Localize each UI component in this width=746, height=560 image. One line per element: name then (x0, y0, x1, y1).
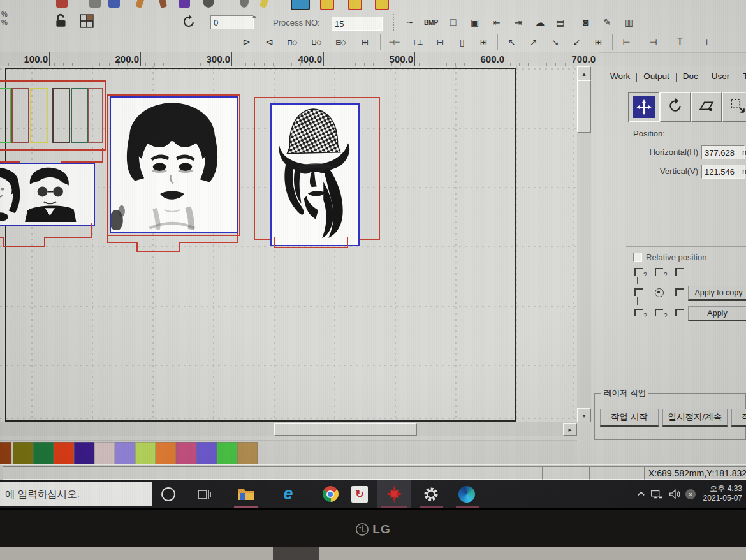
anchor-top-right[interactable] (675, 268, 684, 276)
strip-rect[interactable] (11, 88, 29, 143)
tray-expand-button[interactable] (633, 480, 649, 508)
v-space-equal-icon[interactable]: ⊤⊥ (408, 34, 426, 50)
mirror-both-icon[interactable]: ⊟◇ (332, 34, 349, 50)
curve-tool-icon[interactable]: ~ (400, 14, 418, 31)
bmp-import-icon[interactable]: BMP (422, 14, 440, 31)
strip-rect[interactable] (30, 88, 48, 143)
toolbar-icon-partial[interactable] (240, 0, 249, 8)
move-transform-button[interactable] (628, 92, 660, 122)
anchor-bottom-center[interactable] (655, 309, 663, 316)
palette-swatch[interactable] (176, 442, 196, 465)
strip-rect[interactable] (52, 88, 70, 143)
apply-button[interactable]: Apply (688, 306, 746, 321)
laser-head-icon[interactable]: ☁ (530, 14, 548, 31)
relative-position-checkbox[interactable] (633, 253, 642, 262)
network-status[interactable] (648, 480, 666, 508)
horizontal-scrollbar[interactable]: ▸ (0, 422, 577, 436)
skew-transform-button[interactable] (691, 92, 722, 122)
align-top-edge-icon[interactable]: T (671, 34, 689, 50)
pen-pointer-icon[interactable]: ✎ (598, 14, 616, 31)
palette-swatch[interactable] (0, 442, 11, 465)
tab-output[interactable]: Output (640, 71, 673, 82)
align-h-center-icon[interactable]: ⊟ (431, 34, 449, 50)
mirror-horizontal-icon[interactable]: ⊓◇ (283, 34, 301, 50)
portrait-couple-frame[interactable] (0, 163, 95, 226)
v-dimension-icon[interactable]: ⇥ (509, 14, 527, 31)
anchor-middle-right[interactable] (675, 288, 684, 296)
monitor-preview-icon[interactable] (291, 0, 310, 10)
taskbar-search-box[interactable]: 에 입력하십시오. (0, 482, 152, 506)
size-transform-button[interactable] (722, 92, 746, 122)
scroll-up-icon[interactable]: ▴ (577, 66, 591, 80)
vertical-input[interactable] (701, 165, 745, 179)
h-dimension-icon[interactable]: ⇤ (487, 14, 505, 31)
anchor-top-center[interactable] (655, 268, 663, 276)
toolbar-icon-partial[interactable] (203, 0, 214, 8)
palette-swatch[interactable] (237, 442, 258, 465)
palette-swatch[interactable] (115, 442, 135, 465)
sync-app-button[interactable]: ↻ (344, 480, 375, 508)
toolbar-icon-partial[interactable] (108, 0, 120, 8)
anchor-bottom-right[interactable] (675, 309, 684, 316)
design-canvas[interactable] (0, 66, 577, 422)
chrome-button[interactable] (315, 480, 346, 508)
scroll-right-icon[interactable]: ▸ (563, 423, 577, 436)
align-center-icon[interactable]: ⊞ (474, 34, 492, 50)
toolbar-icon-partial[interactable] (89, 0, 101, 8)
toolbar-icon-partial[interactable] (179, 0, 190, 8)
tab-doc[interactable]: Doc (679, 71, 702, 82)
taskbar-clock[interactable]: 오후 4:33 2021-05-07 (696, 484, 742, 503)
internet-explorer-button[interactable]: e (273, 480, 304, 508)
palette-swatch[interactable] (54, 442, 74, 465)
lock-icon[interactable] (54, 13, 69, 31)
camera-icon[interactable]: ◙ (576, 14, 594, 31)
toolbar-icon-partial[interactable] (56, 0, 68, 8)
output-list-icon[interactable]: ▤ (551, 14, 569, 31)
laser-start-button[interactable]: 작업 시작 (600, 409, 659, 427)
palette-swatch[interactable] (135, 442, 156, 465)
align-left-edge-icon[interactable]: ⊢ (617, 34, 635, 50)
h-space-equal-icon[interactable]: ⊣⊢ (385, 34, 403, 50)
settings-button[interactable] (416, 480, 446, 508)
task-view-button[interactable] (189, 480, 219, 508)
move-bottom-left-icon[interactable]: ↙ (567, 34, 585, 50)
move-top-right-icon[interactable]: ↗ (524, 34, 542, 50)
flip-left-icon[interactable]: ⊲ (260, 34, 278, 50)
align-bottom-edge-icon[interactable]: ⊥ (698, 34, 715, 50)
anchor-top-left[interactable] (634, 268, 643, 276)
palette-swatch[interactable] (196, 442, 217, 465)
ruler-tool-icon[interactable]: ▥ (620, 14, 638, 31)
palette-swatch[interactable] (94, 442, 115, 465)
anchor-center-radio[interactable] (655, 288, 664, 297)
portrait-woman-blue-frame[interactable] (110, 96, 238, 233)
palette-swatch[interactable] (156, 442, 176, 465)
angle-input[interactable] (210, 15, 254, 29)
laser-pause-button[interactable]: 일시정지/계속 (662, 409, 728, 427)
rotate-transform-button[interactable] (659, 92, 691, 122)
edge-button[interactable] (451, 480, 482, 508)
laser-stop-button[interactable]: 작 (731, 409, 746, 427)
portrait-hat-blue-frame[interactable] (270, 103, 360, 246)
anchor-bottom-left[interactable] (634, 309, 643, 316)
node-edit-icon[interactable]: ▣ (465, 14, 483, 31)
tab-work[interactable]: Work (606, 71, 634, 82)
brush-tool-icon[interactable] (158, 0, 167, 8)
vertical-scroll-thumb[interactable] (577, 80, 591, 133)
file-explorer-button[interactable] (231, 480, 261, 508)
move-bottom-right-icon[interactable]: ↘ (546, 34, 564, 50)
pencil-tool-icon[interactable] (260, 0, 270, 8)
palette-swatch[interactable] (74, 442, 94, 465)
palette-swatch[interactable] (217, 442, 237, 465)
rotate-angle-icon[interactable] (181, 14, 196, 32)
horizontal-input[interactable] (701, 145, 745, 159)
flip-right-icon[interactable]: ⊳ (237, 34, 255, 50)
process-no-input[interactable] (332, 17, 383, 31)
text-red-select-icon[interactable] (320, 0, 334, 10)
center-object-icon[interactable]: ⊞ (356, 34, 374, 50)
strip-rect[interactable] (88, 88, 103, 143)
tab-test[interactable]: Test (739, 71, 746, 82)
strip-rect[interactable] (0, 88, 11, 143)
align-v-center-icon[interactable]: ▯ (453, 34, 471, 50)
rect-tool-icon[interactable]: □ (444, 14, 462, 31)
align-right-edge-icon[interactable]: ⊣ (644, 34, 662, 50)
